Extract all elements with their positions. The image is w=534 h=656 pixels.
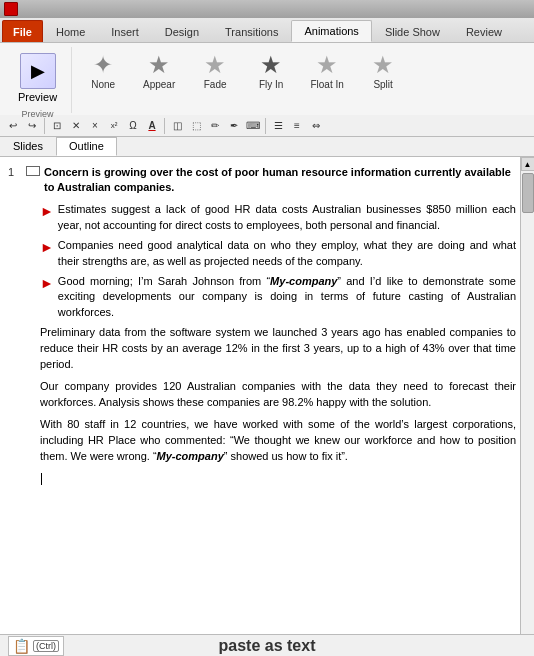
tab-design[interactable]: Design [152,20,212,42]
ribbon-content: ▶ Preview Preview ✦ None ★ Appear ★ Fade… [0,43,534,115]
bullet-text-1: Estimates suggest a lack of good HR data… [58,202,516,234]
tab-outline[interactable]: Outline [56,137,117,156]
align-btn-1[interactable]: ☰ [269,117,287,135]
flyin-label: Fly In [259,79,283,90]
fade-icon: ★ [204,53,226,77]
title-bar [0,0,534,18]
split-icon: ★ [372,53,394,77]
anim-fade[interactable]: ★ Fade [188,51,242,92]
paste-tooltip[interactable]: 📋 (Ctrl) [8,636,64,656]
tab-file[interactable]: File [2,20,43,42]
floatin-label: Float In [310,79,343,90]
flyin-icon: ★ [260,53,282,77]
redo-button[interactable]: ↪ [23,117,41,135]
tab-slideshow[interactable]: Slide Show [372,20,453,42]
none-label: None [91,79,115,90]
arrow-icon-2: ► [40,238,54,258]
symbol-button[interactable]: Ω [124,117,142,135]
format-btn-3[interactable]: ✏ [206,117,224,135]
bullet-text-2: Companies need good analytical data on w… [58,238,516,270]
none-icon: ✦ [93,53,113,77]
fade-label: Fade [204,79,227,90]
anim-appear[interactable]: ★ Appear [132,51,186,92]
cursor-area [40,471,516,486]
scrollbar[interactable]: ▲ [520,157,534,634]
company-name-2: My-company [157,450,224,462]
bullet-block: ► Estimates suggest a lack of good HR da… [40,202,516,322]
font-color-button[interactable]: A [143,117,161,135]
superscript-button[interactable]: x² [105,117,123,135]
tab-insert[interactable]: Insert [98,20,152,42]
preview-icon: ▶ [20,53,56,89]
company-name-1: My-company [270,275,337,287]
scroll-up-button[interactable]: ▲ [521,157,535,171]
ctrl-badge: (Ctrl) [33,640,59,652]
paste-label: paste as text [219,637,316,655]
appear-icon: ★ [148,53,170,77]
ribbon-tab-row: File Home Insert Design Transitions Anim… [0,18,534,43]
plain-paragraph-2: Our company provides 120 Australian comp… [40,379,516,411]
text-cursor [41,473,42,485]
outline-panel[interactable]: 1 Concern is growing over the cost of po… [0,157,520,634]
plain-paragraph-1: Preliminary data from the software syste… [40,325,516,373]
animation-buttons-group: ✦ None ★ Appear ★ Fade ★ Fly In ★ Float … [72,47,530,113]
slide-number: 1 [8,165,22,180]
toolbar: ↩ ↪ ⊡ ✕ × x² Ω A ◫ ⬚ ✏ ✒ ⌨ ☰ ≡ ⇔ [0,115,534,137]
tab-home[interactable]: Home [43,20,98,42]
undo-button[interactable]: ↩ [4,117,22,135]
bullet-1: ► Estimates suggest a lack of good HR da… [40,202,516,234]
slide-1-row: 1 Concern is growing over the cost of po… [8,165,516,196]
align-btn-3[interactable]: ⇔ [307,117,325,135]
tab-transitions[interactable]: Transitions [212,20,291,42]
anim-flyin[interactable]: ★ Fly In [244,51,298,92]
plain-paragraph-3: With 80 staff in 12 countries, we have w… [40,417,516,465]
save-button[interactable]: ⊡ [48,117,66,135]
toolbar-separator-2 [164,118,165,134]
bullet-2: ► Companies need good analytical data on… [40,238,516,270]
align-btn-2[interactable]: ≡ [288,117,306,135]
tab-animations[interactable]: Animations [291,20,371,42]
arrow-icon-3: ► [40,274,54,294]
paste-icon: 📋 [13,638,30,654]
delete-button[interactable]: × [86,117,104,135]
appear-label: Appear [143,79,175,90]
panel-tabs: Slides Outline [0,137,534,157]
anim-split[interactable]: ★ Split [356,51,410,92]
bullet-text-3: Good morning; I’m Sarah Johnson from “My… [58,274,516,322]
slide-thumbnail-icon [26,166,40,176]
toolbar-separator-1 [44,118,45,134]
bullet-3: ► Good morning; I’m Sarah Johnson from “… [40,274,516,322]
format-btn-2[interactable]: ⬚ [187,117,205,135]
floatin-icon: ★ [316,53,338,77]
anim-floatin[interactable]: ★ Float In [300,51,354,92]
anim-none[interactable]: ✦ None [76,51,130,92]
main-area: 1 Concern is growing over the cost of po… [0,157,534,634]
split-label: Split [373,79,392,90]
format-btn-4[interactable]: ✒ [225,117,243,135]
toolbar-separator-3 [265,118,266,134]
tab-slides[interactable]: Slides [0,137,56,156]
preview-button[interactable]: ▶ Preview [12,49,63,107]
slide-title: Concern is growing over the cost of poor… [44,165,516,196]
ribbon-group-preview: ▶ Preview Preview [4,47,72,113]
cut-button[interactable]: ✕ [67,117,85,135]
preview-label: Preview [18,91,57,103]
tab-review[interactable]: Review [453,20,515,42]
paste-bar: 📋 (Ctrl) paste as text [0,634,534,656]
arrow-icon-1: ► [40,202,54,222]
format-btn-5[interactable]: ⌨ [244,117,262,135]
app-icon [4,2,18,16]
scroll-thumb[interactable] [522,173,534,213]
format-btn-1[interactable]: ◫ [168,117,186,135]
